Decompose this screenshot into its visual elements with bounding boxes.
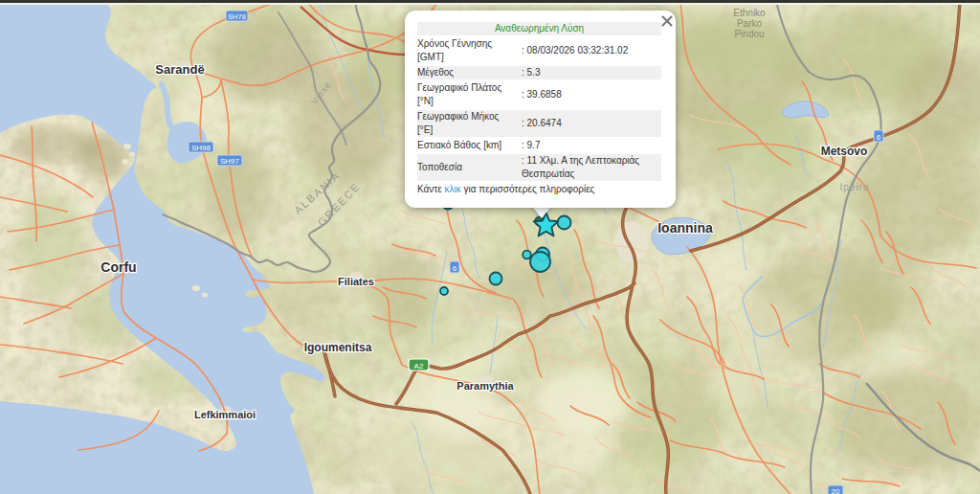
svg-text:SH98: SH98 xyxy=(191,144,212,152)
svg-text:Metsovo: Metsovo xyxy=(821,145,868,158)
svg-text:SH97: SH97 xyxy=(220,157,240,166)
svg-text:Ipeiro: Ipeiro xyxy=(839,182,869,192)
svg-text:6: 6 xyxy=(453,264,457,273)
svg-text:Igoumenitsa: Igoumenitsa xyxy=(304,341,372,354)
svg-text:SH78: SH78 xyxy=(228,12,246,21)
svg-text:Parko: Parko xyxy=(737,18,763,29)
svg-text:Ethniko: Ethniko xyxy=(733,8,766,18)
svg-text:Paramythia: Paramythia xyxy=(457,380,514,392)
svg-text:Corfu: Corfu xyxy=(100,259,136,275)
svg-text:Filiates: Filiates xyxy=(338,276,374,287)
svg-text:Ioannina: Ioannina xyxy=(657,220,713,236)
svg-text:Pindou: Pindou xyxy=(734,29,764,39)
svg-text:Sarandë: Sarandë xyxy=(155,62,204,77)
svg-text:A2: A2 xyxy=(414,362,424,370)
svg-text:Lefkimmaioi: Lefkimmaioi xyxy=(194,409,256,420)
svg-text:20: 20 xyxy=(832,487,840,494)
svg-text:6: 6 xyxy=(877,133,881,142)
